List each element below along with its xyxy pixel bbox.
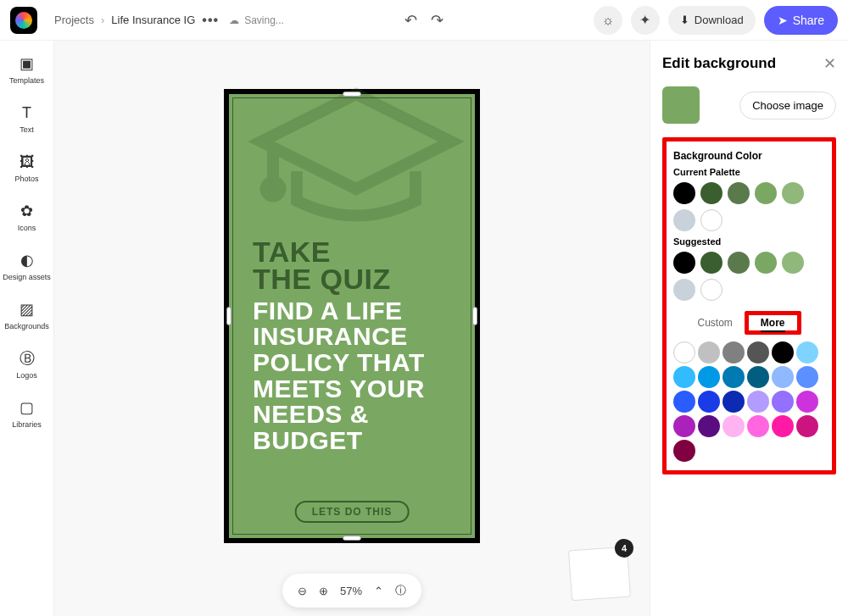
more-menu-button[interactable]: ••• — [202, 13, 219, 28]
color-swatch[interactable] — [796, 415, 818, 437]
breadcrumb-title[interactable]: Life Insurance IG — [111, 14, 195, 26]
nav-label: Backgrounds — [4, 322, 49, 330]
page-thumbnails[interactable]: 4 — [568, 547, 631, 602]
nav-label: Photos — [14, 175, 38, 183]
icons-icon: ✿ — [18, 202, 36, 220]
color-swatch[interactable] — [722, 391, 745, 413]
tab-custom[interactable]: Custom — [697, 317, 732, 329]
zoom-in-button[interactable]: ⊕ — [319, 585, 328, 597]
color-swatch[interactable] — [673, 415, 695, 437]
nav-icons[interactable]: ✿Icons — [18, 202, 36, 232]
color-swatch[interactable] — [747, 415, 769, 437]
app-logo[interactable] — [10, 7, 37, 34]
color-swatch[interactable] — [755, 182, 777, 204]
background-color-heading: Background Color — [673, 150, 825, 162]
download-icon: ⬇ — [680, 14, 689, 26]
nav-libraries[interactable]: ▢Libraries — [12, 398, 42, 429]
resize-handle-bottom[interactable] — [343, 536, 361, 541]
redo-button[interactable]: ↷ — [431, 11, 444, 30]
nav-logos[interactable]: ⒷLogos — [16, 349, 37, 380]
templates-icon: ▣ — [18, 54, 36, 73]
color-swatch[interactable] — [772, 415, 794, 437]
left-nav: ▣Templates TText 🖼Photos ✿Icons ◐Design … — [0, 41, 54, 616]
color-swatch[interactable] — [747, 366, 769, 388]
info-button[interactable]: ⓘ — [395, 583, 406, 598]
color-swatch[interactable] — [728, 252, 750, 274]
close-icon[interactable]: ✕ — [823, 54, 836, 73]
color-swatch[interactable] — [698, 366, 720, 388]
nav-label: Libraries — [12, 420, 42, 429]
nav-backgrounds[interactable]: ▨Backgrounds — [4, 300, 49, 330]
nav-templates[interactable]: ▣Templates — [9, 54, 44, 85]
zoom-value[interactable]: 57% — [340, 585, 362, 597]
color-swatch[interactable] — [728, 182, 750, 204]
highlighted-section: Background Color Current Palette Suggest… — [662, 137, 836, 474]
resize-handle-left[interactable] — [226, 307, 232, 325]
saving-label: Saving... — [244, 14, 284, 26]
color-swatch[interactable] — [782, 182, 804, 204]
color-swatch[interactable] — [673, 341, 695, 363]
resize-handle-top[interactable] — [343, 92, 361, 97]
save-status: ☁ Saving... — [229, 14, 284, 26]
share-button[interactable]: ➤Share — [764, 6, 838, 35]
send-icon: ➤ — [778, 14, 788, 27]
color-swatch[interactable] — [673, 366, 695, 388]
headline-2[interactable]: THE QUIZ — [253, 265, 451, 293]
cta-button-text[interactable]: LETS DO THIS — [295, 501, 410, 523]
svg-point-0 — [266, 181, 281, 196]
nav-label: Text — [20, 125, 34, 134]
color-swatch[interactable] — [673, 391, 695, 413]
ai-button[interactable]: ✦ — [631, 6, 660, 35]
color-swatch[interactable] — [700, 279, 722, 301]
color-swatch[interactable] — [673, 279, 695, 301]
tips-button[interactable]: ☼ — [594, 6, 622, 35]
highlighted-more-tab: More — [745, 311, 801, 335]
color-swatch[interactable] — [698, 415, 720, 437]
resize-handle-right[interactable] — [472, 307, 477, 325]
nav-text[interactable]: TText — [18, 103, 36, 134]
color-swatch[interactable] — [700, 252, 722, 274]
color-swatch[interactable] — [796, 366, 818, 388]
current-background-swatch[interactable] — [662, 86, 700, 124]
color-swatch[interactable] — [673, 182, 695, 204]
color-swatch[interactable] — [747, 341, 769, 363]
body-text[interactable]: FIND A LIFE INSURANCE POLICY THAT MEETS … — [253, 298, 451, 454]
color-swatch[interactable] — [772, 391, 794, 413]
color-swatch[interactable] — [796, 391, 818, 413]
zoom-out-button[interactable]: ⊖ — [298, 585, 307, 597]
nav-label: Design assets — [3, 273, 51, 281]
color-swatch[interactable] — [796, 341, 818, 363]
breadcrumb-projects[interactable]: Projects — [54, 14, 94, 26]
color-swatch[interactable] — [673, 252, 695, 274]
undo-button[interactable]: ↶ — [404, 11, 417, 30]
color-swatch[interactable] — [747, 391, 769, 413]
tab-more[interactable]: More — [761, 317, 785, 332]
color-swatch[interactable] — [700, 182, 722, 204]
color-swatch[interactable] — [782, 252, 804, 274]
chevron-up-icon[interactable]: ⌃ — [374, 585, 383, 597]
download-button[interactable]: ⬇Download — [668, 6, 756, 35]
artboard[interactable]: TAKE THE QUIZ FIND A LIFE INSURANCE POLI… — [224, 89, 480, 543]
headline-1[interactable]: TAKE — [253, 238, 451, 266]
nav-photos[interactable]: 🖼Photos — [14, 153, 38, 183]
color-swatch[interactable] — [722, 415, 745, 437]
color-swatch[interactable] — [673, 209, 695, 231]
canvas-area[interactable]: TAKE THE QUIZ FIND A LIFE INSURANCE POLI… — [54, 41, 650, 616]
color-swatch[interactable] — [673, 440, 695, 462]
zoom-toolbar: ⊖ ⊕ 57% ⌃ ⓘ — [282, 574, 421, 608]
color-swatch[interactable] — [698, 341, 720, 363]
page-count-badge: 4 — [614, 538, 633, 558]
color-swatch[interactable] — [755, 252, 777, 274]
download-label: Download — [695, 14, 744, 26]
color-swatch[interactable] — [722, 366, 745, 388]
color-swatch[interactable] — [772, 366, 794, 388]
color-swatch[interactable] — [700, 209, 722, 231]
nav-design-assets[interactable]: ◐Design assets — [3, 251, 51, 281]
libraries-icon: ▢ — [17, 398, 36, 417]
choose-image-button[interactable]: Choose image — [739, 92, 836, 119]
photos-icon: 🖼 — [18, 153, 36, 171]
logos-icon: Ⓑ — [18, 349, 36, 368]
color-swatch[interactable] — [698, 391, 720, 413]
color-swatch[interactable] — [722, 341, 745, 363]
color-swatch[interactable] — [772, 341, 794, 363]
